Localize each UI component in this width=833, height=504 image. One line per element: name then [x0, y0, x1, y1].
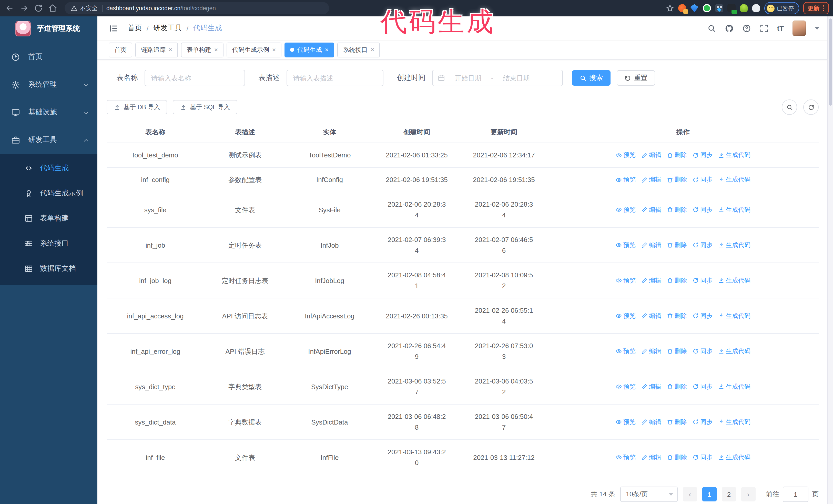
- action-preview[interactable]: 预览: [616, 381, 636, 392]
- action-edit[interactable]: 编辑: [641, 150, 661, 161]
- chevron-down-icon[interactable]: [814, 27, 820, 30]
- action-delete[interactable]: 删除: [667, 275, 687, 286]
- action-preview[interactable]: 预览: [616, 174, 636, 185]
- avatar[interactable]: [792, 21, 806, 36]
- date-start-input[interactable]: [448, 74, 488, 82]
- action-edit[interactable]: 编辑: [641, 204, 661, 215]
- extension-icon[interactable]: [715, 4, 723, 12]
- action-sync[interactable]: 同步: [693, 381, 713, 392]
- tab-系统接口[interactable]: 系统接口×: [337, 42, 380, 57]
- goto-page-input[interactable]: [783, 486, 808, 502]
- sidebar-item-系统接口[interactable]: 系统接口: [0, 231, 97, 256]
- action-delete[interactable]: 删除: [667, 310, 687, 321]
- action-generate[interactable]: 生成代码: [718, 346, 751, 357]
- tab-代码生成示例[interactable]: 代码生成示例×: [227, 42, 281, 57]
- action-preview[interactable]: 预览: [616, 204, 636, 215]
- extension-icon[interactable]: [739, 4, 748, 12]
- github-icon[interactable]: [725, 24, 734, 32]
- action-preview[interactable]: 预览: [616, 346, 636, 357]
- action-sync[interactable]: 同步: [693, 204, 713, 215]
- action-preview[interactable]: 预览: [616, 452, 636, 463]
- action-generate[interactable]: 生成代码: [718, 204, 751, 215]
- action-sync[interactable]: 同步: [693, 275, 713, 286]
- bookmark-star-icon[interactable]: [666, 4, 674, 12]
- search-icon[interactable]: [708, 24, 716, 32]
- action-generate[interactable]: 生成代码: [718, 381, 751, 392]
- page-button-2[interactable]: 2: [722, 487, 736, 501]
- import-sql-button[interactable]: 基于 SQL 导入: [173, 100, 237, 114]
- browser-menu-icon[interactable]: [823, 5, 824, 11]
- extension-icon[interactable]: [703, 4, 711, 12]
- reload-icon[interactable]: [34, 4, 43, 13]
- action-edit[interactable]: 编辑: [641, 346, 661, 357]
- page-size-select[interactable]: 10条/页: [620, 486, 678, 502]
- action-sync[interactable]: 同步: [693, 452, 713, 463]
- breadcrumb-item[interactable]: 研发工具: [153, 24, 182, 33]
- home-icon[interactable]: [48, 4, 57, 13]
- action-sync[interactable]: 同步: [693, 310, 713, 321]
- action-delete[interactable]: 删除: [667, 204, 687, 215]
- prev-page-button[interactable]: ‹: [683, 487, 697, 501]
- action-sync[interactable]: 同步: [693, 346, 713, 357]
- font-size-icon[interactable]: tT: [777, 24, 784, 32]
- action-preview[interactable]: 预览: [616, 416, 636, 427]
- breadcrumb-item[interactable]: 首页: [128, 24, 142, 33]
- action-edit[interactable]: 编辑: [641, 416, 661, 427]
- extension-icon[interactable]: [678, 4, 686, 12]
- action-delete[interactable]: 删除: [667, 346, 687, 357]
- tab-首页[interactable]: 首页: [109, 42, 132, 57]
- action-delete[interactable]: 删除: [667, 452, 687, 463]
- extension-icon[interactable]: [690, 4, 698, 12]
- action-edit[interactable]: 编辑: [641, 275, 661, 286]
- sidebar-item-代码生成[interactable]: 代码生成: [0, 155, 97, 181]
- address-bar[interactable]: 不安全 dashboard.yudao.iocoder.cn/tool/code…: [65, 2, 329, 14]
- back-icon[interactable]: [5, 4, 14, 13]
- scrollbar-thumb[interactable]: [829, 19, 832, 105]
- profile-paused-badge[interactable]: 已暂停: [764, 2, 799, 14]
- extension-icon[interactable]: [727, 4, 735, 12]
- action-preview[interactable]: 预览: [616, 240, 636, 250]
- hamburger-icon[interactable]: [109, 23, 118, 33]
- next-page-button[interactable]: ›: [741, 487, 756, 501]
- forward-icon[interactable]: [20, 4, 29, 13]
- action-generate[interactable]: 生成代码: [718, 240, 751, 250]
- tab-链路追踪[interactable]: 链路追踪×: [135, 42, 178, 57]
- app-logo-row[interactable]: 芋道管理系统: [0, 17, 97, 41]
- sidebar-item-首页[interactable]: 首页: [0, 43, 97, 71]
- close-icon[interactable]: ×: [169, 47, 172, 53]
- sidebar-item-数据库文档[interactable]: 数据库文档: [0, 256, 97, 281]
- page-button-1[interactable]: 1: [702, 487, 717, 501]
- action-generate[interactable]: 生成代码: [718, 310, 751, 321]
- action-delete[interactable]: 删除: [667, 416, 687, 427]
- tab-代码生成[interactable]: 代码生成×: [285, 42, 334, 57]
- toggle-search-button[interactable]: [782, 99, 797, 115]
- tab-表单构建[interactable]: 表单构建×: [181, 42, 223, 57]
- extension-icon[interactable]: [752, 4, 760, 12]
- action-generate[interactable]: 生成代码: [718, 416, 751, 427]
- action-edit[interactable]: 编辑: [641, 310, 661, 321]
- search-button[interactable]: 搜索: [572, 70, 611, 86]
- action-generate[interactable]: 生成代码: [718, 452, 751, 463]
- action-generate[interactable]: 生成代码: [718, 174, 751, 185]
- scrollbar[interactable]: [827, 17, 833, 504]
- action-preview[interactable]: 预览: [616, 310, 636, 321]
- action-delete[interactable]: 删除: [667, 174, 687, 185]
- close-icon[interactable]: ×: [325, 47, 329, 53]
- reset-button[interactable]: 重置: [617, 70, 655, 86]
- sidebar-item-表单构建[interactable]: 表单构建: [0, 206, 97, 231]
- action-sync[interactable]: 同步: [693, 150, 713, 161]
- action-preview[interactable]: 预览: [616, 150, 636, 161]
- action-sync[interactable]: 同步: [693, 174, 713, 185]
- date-end-input[interactable]: [497, 74, 537, 82]
- close-icon[interactable]: ×: [371, 47, 374, 53]
- action-generate[interactable]: 生成代码: [718, 150, 751, 161]
- close-icon[interactable]: ×: [214, 47, 218, 53]
- action-edit[interactable]: 编辑: [641, 381, 661, 392]
- action-sync[interactable]: 同步: [693, 240, 713, 250]
- help-icon[interactable]: [742, 24, 751, 32]
- close-icon[interactable]: ×: [272, 47, 276, 53]
- browser-update-button[interactable]: 更新: [803, 2, 829, 14]
- date-range-picker[interactable]: -: [432, 70, 563, 86]
- table-desc-input[interactable]: [287, 70, 383, 86]
- action-delete[interactable]: 删除: [667, 381, 687, 392]
